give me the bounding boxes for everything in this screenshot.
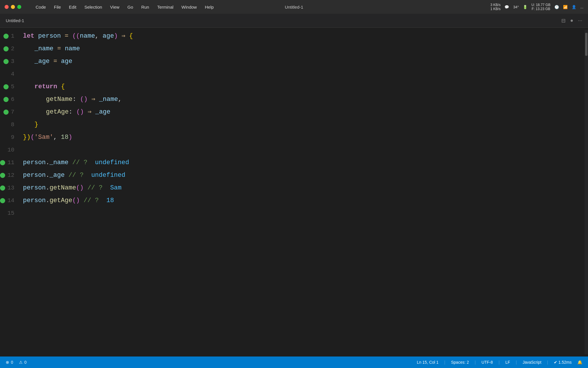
menu-run[interactable]: Run [138,3,153,11]
code-line-7: getAge: () ⇒ _age [23,106,585,118]
breakpoint-7[interactable] [3,110,9,115]
breakpoint-13[interactable] [0,185,5,191]
cursor-position[interactable]: Ln 15, Col 1 [417,360,439,365]
battery-icon: 🔋 [523,5,527,9]
breakpoint-6[interactable] [3,97,9,102]
editor-container: Untitled-1 ⊟ ● ··· 1 2 3 4 [0,14,588,356]
vertical-scrollbar[interactable] [585,30,588,354]
code-line-10 [23,144,585,156]
gutter-row-6: 6 [3,93,14,106]
no-breakpoint-8 [3,122,9,127]
line-num-1: 1 [11,30,14,43]
language-mode[interactable]: JavaScript [523,360,541,365]
code-line-15 [23,207,585,220]
code-lines[interactable]: let person = ((name, age) ⇒ { _name = na… [17,30,585,354]
menu-go[interactable]: Go [124,3,137,11]
breakpoint-11[interactable] [0,160,5,165]
dot-icon: ● [570,18,573,24]
gutter-row-15: 15 [0,207,14,220]
code-line-1: let person = ((name, age) ⇒ { [23,30,585,43]
gutter-row-10: 10 [0,144,14,156]
gutter-row-4: 4 [3,68,14,80]
gutter-row-9: 9 [3,131,14,144]
menu-code[interactable]: Code [32,3,49,11]
line-num-5: 5 [11,80,14,93]
line-num-8: 8 [11,118,14,131]
breakpoint-3[interactable] [3,59,9,64]
menu-help[interactable]: Help [201,3,217,11]
line-num-9: 9 [11,131,14,144]
line-num-15: 15 [7,207,14,220]
no-breakpoint-15 [0,211,5,216]
no-breakpoint-10 [0,147,5,153]
clock-icon: 🕐 [554,5,559,9]
maximize-button[interactable] [17,5,21,9]
warning-icon: ⚠ [19,360,23,365]
no-breakpoint-9 [3,135,9,140]
minimize-button[interactable] [11,5,15,9]
storage-info: U: 18.77 GB F: 13.23 GB [531,3,550,11]
breakpoint-2[interactable] [3,46,9,51]
menu-edit[interactable]: Edit [65,3,80,11]
encoding[interactable]: UTF-8 [481,360,493,365]
var-person: person [38,30,61,43]
code-line-11: person._name // ? undefined [23,156,585,169]
menu-terminal[interactable]: Terminal [154,3,177,11]
breakpoint-1[interactable] [3,34,9,39]
line-num-4: 4 [11,68,14,80]
profile-icon: 👤 [572,5,576,9]
more-options-icon[interactable]: ··· [578,18,582,24]
temperature: 34° [513,5,519,9]
keyword-let: let [23,30,34,43]
code-line-13: person.getName() // ? Sam [23,182,585,194]
tab-title[interactable]: Untitled-1 [6,18,24,23]
line-num-13: 13 [7,182,14,194]
gutter-row-14: 14 [0,194,14,207]
close-button[interactable] [5,5,9,9]
warning-count[interactable]: ⚠ 0 [19,360,27,365]
more-icon: ... [580,5,583,9]
line-num-10: 10 [7,144,14,156]
gutter-row-13: 13 [0,182,14,194]
window-title: Untitled-1 [285,5,303,9]
code-line-6: getName: () ⇒ _name, [23,93,585,106]
gutter-row-7: 7 [3,106,14,118]
breakpoint-14[interactable] [0,198,5,203]
eol[interactable]: LF [505,360,510,365]
menu-selection[interactable]: Selection [81,3,106,11]
code-line-12: person._age // ? undefined [23,169,585,182]
error-count[interactable]: ⊗ 0 [6,360,13,365]
line-num-7: 7 [11,106,14,118]
line-numbers-gutter: 1 2 3 4 5 6 7 [0,30,17,354]
window-controls [5,5,21,9]
code-line-5: return { [23,80,585,93]
breakpoint-5[interactable] [3,84,9,89]
split-editor-icon[interactable]: ⊟ [561,18,566,24]
perf-indicator: ✔ 1.52ms [554,360,572,365]
error-icon: ⊗ [6,360,9,365]
gutter-row-11: 11 [0,156,14,169]
code-line-14: person.getAge() // ? 18 [23,194,585,207]
menu-window[interactable]: Window [178,3,200,11]
line-num-14: 14 [7,194,14,207]
gutter-row-5: 5 [3,80,14,93]
menubar: Code File Edit Selection View Go Run Ter… [0,0,588,14]
gutter-row-1: 1 [3,30,14,43]
system-info: 3 KB/s 1 KB/s 💬 34° 🔋 U: 18.77 GB F: 13.… [490,3,583,11]
line-num-12: 12 [7,169,14,182]
menu-view[interactable]: View [107,3,123,11]
header-icons: ⊟ ● ··· [561,18,582,24]
gutter-row-8: 8 [3,118,14,131]
line-num-6: 6 [11,93,14,106]
breakpoint-12[interactable] [0,173,5,178]
notifications-icon[interactable]: 🔔 [577,360,582,365]
line-num-11: 11 [7,156,14,169]
wechat-icon: 💬 [504,5,509,9]
code-line-9: })('Sam', 18) [23,131,585,144]
menu-file[interactable]: File [51,3,64,11]
code-line-2: _name = name [23,43,585,55]
indentation[interactable]: Spaces: 2 [451,360,469,365]
line-num-2: 2 [11,43,14,55]
network-stats: 3 KB/s 1 KB/s [490,3,500,11]
gutter-row-2: 2 [3,43,14,55]
